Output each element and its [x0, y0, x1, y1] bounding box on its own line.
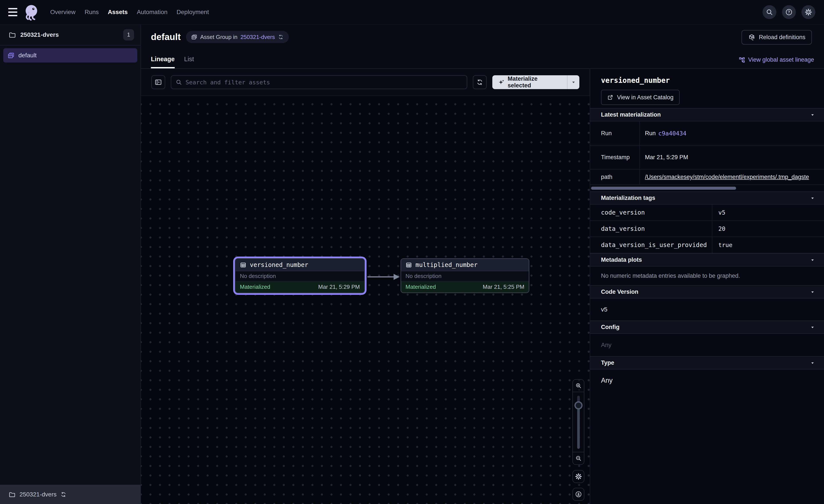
path-value-link[interactable]: /Users/smackesey/stm/code/elementl/exper…: [645, 174, 809, 180]
zoom-controls: [573, 379, 584, 465]
tag-row-code-version: code_version v5: [590, 205, 824, 221]
download-graph-button[interactable]: [573, 488, 584, 501]
search-icon: [176, 79, 182, 86]
section-config[interactable]: Config: [590, 321, 824, 334]
asset-node-timestamp: Mar 21, 5:29 PM: [318, 283, 360, 290]
chevron-down-icon: [571, 80, 576, 85]
tag-row-data-version-is-user-provided: data_version_is_user_provided true: [590, 237, 824, 253]
selected-asset-title: versioned_number: [601, 76, 824, 85]
reload-definitions-button[interactable]: Reload definitions: [741, 30, 812, 44]
chevron-down-icon: [810, 325, 815, 330]
zoom-out-icon: [575, 455, 582, 462]
folder-icon: [9, 31, 16, 38]
code-location-name: 250321-dvers: [19, 491, 57, 498]
refresh-graph-button[interactable]: [473, 75, 487, 89]
asset-node-status: Materialized: [406, 283, 436, 290]
sidebar-footer[interactable]: 250321-dvers: [0, 485, 140, 504]
asset-group-badge[interactable]: Asset Group in 250321-dvers: [186, 31, 289, 43]
nav-item-automation[interactable]: Automation: [137, 9, 168, 16]
materialize-dropdown-caret[interactable]: [567, 75, 579, 89]
timestamp-label: Timestamp: [590, 146, 640, 169]
asset-group-icon: [8, 52, 14, 59]
lineage-canvas[interactable]: versioned_number No description Material…: [141, 96, 590, 504]
horizontal-scrollbar[interactable]: [591, 187, 736, 190]
table-scroll-strip: [590, 185, 824, 192]
nav-actions: [762, 5, 815, 19]
type-value: Any: [590, 369, 824, 391]
folder-icon: [9, 491, 16, 498]
chevron-down-icon: [810, 112, 815, 118]
asset-node-description: No description: [401, 271, 529, 281]
section-metadata-plots[interactable]: Metadata plots: [590, 253, 824, 266]
latest-timestamp-row: Timestamp Mar 21, 5:29 PM: [590, 146, 824, 169]
gear-icon: [575, 473, 582, 480]
asset-node-multiplied-number[interactable]: multiplied_number No description Materia…: [401, 258, 529, 293]
badge-prefix: Asset Group in: [200, 34, 237, 40]
zoom-in-button[interactable]: [573, 380, 584, 392]
graph-settings-button[interactable]: [573, 470, 584, 483]
tab-lineage[interactable]: Lineage: [151, 55, 175, 69]
asset-search-box[interactable]: [171, 75, 467, 89]
sparkle-icon: [498, 79, 505, 86]
run-prefix: Run: [645, 130, 656, 137]
materialize-selected-button[interactable]: Materialize selected: [492, 75, 580, 89]
view-in-asset-catalog-button[interactable]: View in Asset Catalog: [601, 90, 680, 105]
graph-toolbar: Materialize selected: [141, 69, 590, 96]
view-global-asset-lineage-link[interactable]: View global asset lineage: [739, 56, 814, 63]
zoom-slider[interactable]: [573, 392, 584, 452]
section-latest-materialization[interactable]: Latest materialization: [590, 108, 824, 121]
nav-item-deployment[interactable]: Deployment: [177, 9, 209, 16]
chevron-down-icon: [810, 360, 815, 366]
hamburger-menu-icon[interactable]: [8, 8, 17, 16]
refresh-icon[interactable]: [61, 491, 67, 498]
badge-group-link[interactable]: 250321-dvers: [240, 34, 275, 40]
asset-details-panel: versioned_number View in Asset Catalog L…: [590, 69, 824, 504]
tag-value: v5: [712, 205, 824, 221]
search-button[interactable]: [762, 5, 777, 19]
download-icon: [575, 491, 582, 498]
run-id-link[interactable]: c9a40434: [658, 130, 687, 137]
table-icon: [240, 262, 246, 268]
primary-nav: Overview Runs Assets Automation Deployme…: [50, 9, 209, 16]
zoom-slider-thumb[interactable]: [575, 401, 583, 409]
metadata-plots-empty-text: No numeric metadata entries available to…: [590, 266, 824, 285]
nav-item-assets[interactable]: Assets: [108, 9, 128, 16]
asset-node-title: multiplied_number: [415, 261, 478, 268]
asset-node-timestamp: Mar 21, 5:25 PM: [483, 283, 524, 290]
path-label: path: [590, 169, 640, 184]
help-button[interactable]: [782, 5, 796, 19]
asset-node-status: Materialized: [240, 283, 270, 290]
zoom-out-button[interactable]: [573, 452, 584, 465]
section-code-version[interactable]: Code Version: [590, 285, 824, 298]
tab-list[interactable]: List: [184, 55, 194, 69]
refresh-icon[interactable]: [278, 34, 284, 40]
settings-button[interactable]: [802, 5, 815, 19]
asset-groups-sidebar: 250321-dvers 1 default 250321-dvers: [0, 24, 141, 504]
chevron-down-icon: [810, 195, 815, 201]
section-type[interactable]: Type: [590, 356, 824, 369]
run-label: Run: [590, 121, 640, 145]
nav-item-runs[interactable]: Runs: [85, 9, 99, 16]
latest-path-row: path /Users/smackesey/stm/code/elementl/…: [590, 169, 824, 185]
tag-key: data_version: [590, 221, 712, 237]
sidebar-item-default[interactable]: default: [3, 48, 137, 62]
top-nav: Overview Runs Assets Automation Deployme…: [0, 0, 824, 24]
asset-node-title: versioned_number: [250, 261, 308, 268]
latest-run-row: Run Run c9a40434: [590, 121, 824, 146]
dagster-logo[interactable]: [22, 3, 40, 21]
asset-node-versioned-number[interactable]: versioned_number No description Material…: [235, 258, 365, 293]
timestamp-value: Mar 21, 5:29 PM: [640, 146, 824, 169]
view-tabs: Lineage List: [151, 55, 194, 69]
tag-key: code_version: [590, 205, 712, 221]
nav-item-overview[interactable]: Overview: [50, 9, 76, 16]
section-materialization-tags[interactable]: Materialization tags: [590, 192, 824, 205]
tag-key: data_version_is_user_provided: [590, 237, 712, 253]
chevron-down-icon: [810, 289, 815, 295]
tag-row-data-version: data_version 20: [590, 221, 824, 237]
asset-search-input[interactable]: [186, 79, 462, 86]
reload-definitions-icon: [748, 34, 755, 41]
sidebar-group-row[interactable]: 250321-dvers 1: [0, 24, 140, 45]
page-title: default: [151, 32, 181, 42]
toggle-sidebar-button[interactable]: [151, 75, 165, 89]
refresh-icon: [476, 79, 483, 86]
